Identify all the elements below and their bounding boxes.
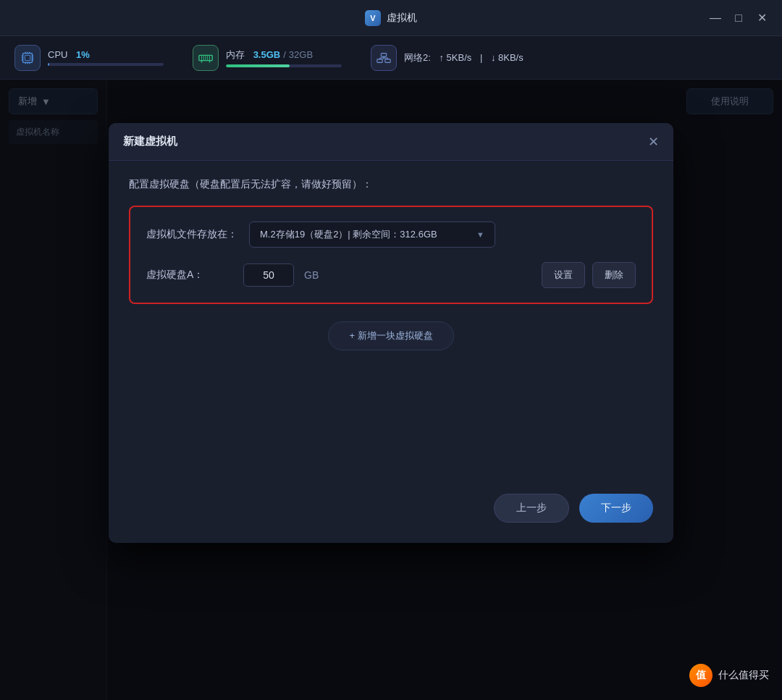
dialog-close-button[interactable]: ✕ [648, 135, 659, 148]
delete-button[interactable]: 删除 [592, 262, 636, 288]
watermark-icon-text: 值 [696, 669, 706, 682]
window-controls: — □ ✕ [710, 12, 768, 24]
ram-bar [226, 64, 342, 67]
prev-button[interactable]: 上一步 [494, 494, 569, 523]
maximize-button[interactable]: □ [733, 12, 744, 24]
cpu-bar [48, 63, 164, 66]
settings-button[interactable]: 设置 [542, 262, 585, 288]
add-disk-button[interactable]: + 新增一块虚拟硬盘 [328, 321, 453, 350]
svg-rect-23 [385, 59, 390, 62]
dialog-header: 新建虚拟机 ✕ [109, 123, 673, 161]
cpu-label: CPU 1% [48, 49, 164, 60]
net-stat: 网络2: ↑ 5KB/s | ↓ 8KB/s [371, 45, 524, 71]
ram-total: 32GB [289, 49, 313, 60]
minimize-button[interactable]: — [710, 12, 721, 24]
config-card: 虚拟机文件存放在： M.2存储19（硬盘2）| 剩余空间：312.6GB ▼ 虚… [129, 206, 653, 304]
cpu-stat-text: CPU 1% [48, 49, 164, 66]
disk-a-unit: GB [304, 269, 319, 281]
stats-bar: CPU 1% 内存 3.5GB/32GB [0, 36, 782, 80]
svg-rect-24 [381, 53, 386, 56]
file-location-dropdown[interactable]: M.2存储19（硬盘2）| 剩余空间：312.6GB ▼ [249, 222, 495, 248]
cpu-bar-fill [48, 63, 49, 66]
disk-a-label: 虚拟硬盘A： [146, 269, 233, 282]
ram-bar-fill [226, 64, 290, 67]
titlebar: V 虚拟机 — □ ✕ [0, 0, 782, 36]
dialog-body: 配置虚拟硬盘（硬盘配置后无法扩容，请做好预留）： 虚拟机文件存放在： M.2存储… [109, 161, 673, 389]
watermark-text: 什么值得买 [718, 669, 769, 682]
watermark-icon: 值 [689, 664, 712, 687]
close-button[interactable]: ✕ [756, 12, 768, 24]
app-icon-text: V [370, 14, 375, 22]
svg-rect-0 [23, 53, 33, 62]
dropdown-selected-value: M.2存储19（硬盘2）| 剩余空间：312.6GB [260, 228, 469, 241]
cpu-icon-container [14, 45, 41, 71]
dialog: 新建虚拟机 ✕ 配置虚拟硬盘（硬盘配置后无法扩容，请做好预留）： 虚拟机文件存放… [109, 123, 673, 543]
svg-rect-22 [377, 59, 382, 62]
disk-a-row: 虚拟硬盘A： GB 设置 删除 [146, 262, 636, 288]
ram-label: 内存 3.5GB/32GB [226, 49, 342, 62]
cpu-icon [20, 50, 35, 66]
app-title: 虚拟机 [387, 12, 417, 25]
ram-stat-text: 内存 3.5GB/32GB [226, 49, 342, 67]
dialog-description: 配置虚拟硬盘（硬盘配置后无法扩容，请做好预留）： [129, 178, 653, 191]
net-down: ↓ 8KB/s [491, 52, 524, 63]
ram-stat: 内存 3.5GB/32GB [193, 45, 342, 71]
net-up: ↑ 5KB/s [439, 52, 471, 63]
modal-overlay: 新建虚拟机 ✕ 配置虚拟硬盘（硬盘配置后无法扩容，请做好预留）： 虚拟机文件存放… [0, 80, 782, 700]
disk-a-input[interactable] [243, 263, 294, 287]
app-icon: V [365, 10, 381, 26]
titlebar-title-group: V 虚拟机 [365, 10, 417, 26]
ram-icon-container [193, 45, 219, 71]
cpu-value: 1% [76, 49, 90, 60]
cpu-stat: CPU 1% [14, 45, 164, 71]
add-disk-row: + 新增一块虚拟硬盘 [129, 321, 653, 350]
file-location-label: 虚拟机文件存放在： [146, 228, 237, 241]
watermark: 值 什么值得买 [689, 664, 769, 687]
svg-rect-1 [25, 55, 30, 60]
net-icon-container [371, 45, 397, 71]
dialog-footer: 上一步 下一步 [494, 494, 653, 523]
net-stat-text: 网络2: ↑ 5KB/s | ↓ 8KB/s [404, 51, 524, 64]
next-button[interactable]: 下一步 [579, 494, 653, 523]
dialog-title: 新建虚拟机 [123, 135, 177, 148]
ram-used: 3.5GB [253, 49, 281, 60]
ram-icon [198, 50, 214, 66]
file-location-row: 虚拟机文件存放在： M.2存储19（硬盘2）| 剩余空间：312.6GB ▼ [146, 222, 636, 248]
disk-a-actions: 设置 删除 [542, 262, 636, 288]
net-label: 网络2: ↑ 5KB/s | ↓ 8KB/s [404, 51, 524, 64]
net-icon [376, 50, 392, 66]
dropdown-arrow-icon: ▼ [476, 230, 484, 239]
